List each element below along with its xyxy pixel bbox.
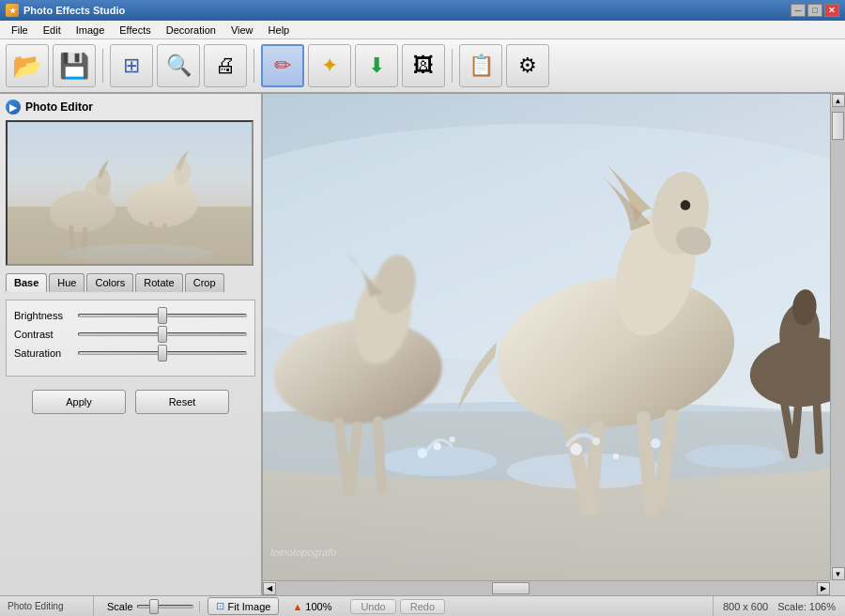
menu-effects[interactable]: Effects [112, 23, 158, 38]
svg-point-19 [685, 444, 785, 468]
close-button[interactable]: ✕ [824, 4, 839, 17]
svg-point-2 [48, 188, 117, 235]
tab-rotate[interactable]: Rotate [135, 273, 182, 292]
toolbar-separator-2 [254, 49, 254, 83]
fit-image-label: Fit Image [228, 601, 271, 612]
tab-bar: Base Hue Colors Rotate Crop [6, 273, 255, 292]
scroll-vertical-thumb[interactable] [832, 112, 844, 140]
mode-label-text: Photo Editing [8, 601, 64, 611]
vertical-scrollbar[interactable]: ▲ ▼ [830, 94, 845, 580]
minimize-button[interactable]: ─ [791, 4, 806, 17]
fit-image-button[interactable]: ⊡ Fit Image [207, 597, 280, 615]
contrast-thumb[interactable] [158, 326, 167, 343]
contrast-row: Contrast [14, 329, 247, 340]
scroll-left-arrow[interactable]: ◀ [263, 582, 276, 595]
tab-hue[interactable]: Hue [49, 273, 84, 292]
svg-point-47 [651, 439, 661, 449]
app-icon: ★ [6, 4, 19, 17]
maximize-button[interactable]: □ [807, 4, 822, 17]
panel-title-text: Photo Editor [25, 100, 93, 114]
photo-canvas: toinotopografo [263, 94, 830, 580]
download-btn[interactable]: ⬇ [355, 44, 398, 87]
menu-file[interactable]: File [4, 23, 36, 38]
app-title: Photo Effects Studio [23, 5, 791, 16]
brightness-track[interactable] [78, 314, 247, 317]
svg-rect-9 [82, 227, 87, 254]
svg-point-43 [418, 448, 428, 458]
folder-icon: 📂 [12, 52, 42, 81]
search-btn[interactable]: 🔍 [157, 44, 200, 87]
scale-slider[interactable] [137, 605, 193, 608]
frame-btn[interactable]: 🖼 [402, 44, 445, 87]
left-panel: ▶ Photo Editor [0, 94, 263, 595]
reset-button[interactable]: Reset [135, 390, 229, 414]
tab-crop[interactable]: Crop [185, 273, 224, 292]
contrast-label: Contrast [14, 329, 78, 340]
scroll-up-arrow[interactable]: ▲ [832, 94, 845, 107]
menu-help[interactable]: Help [261, 23, 298, 38]
svg-point-44 [570, 443, 582, 455]
save-btn[interactable]: 💾 [53, 44, 96, 87]
scale-slider-thumb[interactable] [149, 599, 159, 614]
window-controls: ─ □ ✕ [791, 4, 839, 17]
svg-point-5 [126, 180, 199, 229]
thumbnail-image [8, 122, 252, 264]
menu-bar: File Edit Image Effects Decoration View … [0, 21, 845, 39]
scrollbar-corner [830, 580, 845, 595]
toolbar-separator-3 [452, 49, 453, 83]
saturation-label: Saturation [14, 347, 78, 359]
grid-icon: ⊞ [123, 54, 140, 78]
scroll-horizontal-thumb[interactable] [492, 582, 530, 594]
menu-decoration[interactable]: Decoration [159, 23, 223, 38]
scale-area: Scale [101, 601, 200, 612]
scroll-horizontal-track[interactable] [276, 581, 817, 595]
print-icon: 🖨 [215, 54, 236, 78]
thumbnail-area [6, 120, 254, 266]
horse-photo-svg [263, 94, 830, 580]
panel-title-icon: ▶ [6, 100, 21, 115]
horizontal-scrollbar[interactable]: ◀ ▶ [263, 580, 830, 595]
scroll-right-arrow[interactable]: ▶ [817, 582, 830, 595]
svg-point-46 [613, 454, 619, 459]
svg-point-12 [64, 244, 214, 263]
download-icon: ⬇ [368, 54, 385, 78]
percent-icon: ▲ [292, 601, 302, 612]
percent-value: 100% [305, 601, 331, 612]
svg-rect-10 [148, 222, 157, 252]
apply-button[interactable]: Apply [32, 390, 126, 414]
scroll-vertical-track[interactable] [831, 107, 845, 567]
brightness-row: Brightness [14, 310, 247, 321]
scale-percentage: Scale: 106% [777, 601, 836, 612]
saturation-track[interactable] [78, 351, 247, 355]
tab-colors[interactable]: Colors [86, 273, 133, 292]
saturation-thumb[interactable] [158, 345, 167, 362]
frame-icon: 🖼 [413, 54, 434, 78]
settings-btn[interactable]: ⚙ [506, 44, 549, 87]
redo-button[interactable]: Redo [400, 599, 445, 614]
menu-view[interactable]: View [223, 23, 261, 38]
menu-edit[interactable]: Edit [36, 23, 69, 38]
open-folder-btn[interactable]: 📂 [6, 44, 49, 87]
svg-point-42 [449, 437, 454, 442]
print-btn[interactable]: 🖨 [204, 44, 247, 87]
toolbar-separator-1 [102, 49, 103, 83]
svg-rect-11 [160, 223, 167, 252]
notes-icon: 📋 [469, 54, 494, 78]
undo-button[interactable]: Undo [350, 599, 395, 614]
save-icon: 💾 [59, 52, 89, 81]
status-mode: Photo Editing [0, 596, 94, 616]
contrast-track[interactable] [78, 332, 247, 336]
effects-btn[interactable]: ✦ [308, 44, 351, 87]
status-bar: Photo Editing Scale ⊡ Fit Image ▲ 100% U… [0, 595, 845, 616]
scroll-down-arrow[interactable]: ▼ [832, 567, 845, 580]
browse-btn[interactable]: ⊞ [110, 44, 153, 87]
brightness-thumb[interactable] [158, 307, 167, 324]
notes-btn[interactable]: 📋 [459, 44, 502, 87]
gear-icon: ⚙ [518, 54, 537, 78]
main-area: ▶ Photo Editor [0, 94, 845, 595]
menu-image[interactable]: Image [69, 23, 113, 38]
edit-btn[interactable]: ✏ [261, 44, 304, 87]
svg-point-17 [377, 446, 497, 476]
tab-base[interactable]: Base [6, 273, 47, 292]
sliders-area: Brightness Contrast Saturation [6, 300, 255, 377]
